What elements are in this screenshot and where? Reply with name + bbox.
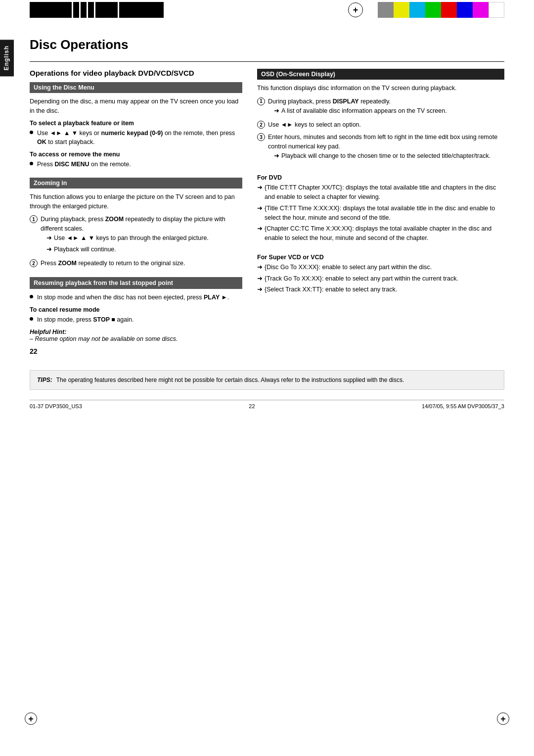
footer-left: 01-37 DVP3500_US3 — [30, 403, 82, 409]
top-decoration-bar — [0, 0, 534, 20]
main-content: Disc Operations Operations for video pla… — [0, 22, 534, 419]
right-column: OSD (On-Screen Display) This function di… — [257, 69, 504, 342]
crosshair-circle — [348, 2, 363, 17]
bullet-dot-1 — [30, 131, 33, 134]
step-2-circle: 2 — [30, 259, 38, 267]
crosshair-circle-br — [497, 712, 509, 725]
crosshair-bottom-right — [492, 712, 514, 726]
disc-menu-body: Depending on the disc, a menu may appear… — [30, 97, 242, 116]
osd-step-2-circle: 2 — [257, 121, 265, 129]
zoom-step-1: 1 During playback, press ZOOM repeatedly… — [30, 215, 242, 256]
black-block-5 — [95, 2, 118, 18]
color-block-gray — [378, 2, 394, 18]
black-block-6 — [119, 2, 164, 18]
color-block-yellow — [394, 2, 409, 18]
osd-arrow-1: ➜ A list of available disc information a… — [268, 106, 447, 116]
osd-step-1-circle: 1 — [257, 97, 265, 105]
section-title-text: Operations for video playback DVD/VCD/SV… — [30, 69, 194, 77]
access-menu-bullet: Press DISC MENU on the remote. — [30, 160, 242, 169]
tips-box: TIPS: The operating features described h… — [30, 370, 504, 390]
resuming-bullet-1: In stop mode and when the disc has not b… — [30, 293, 242, 302]
crosshair-circle-bl — [25, 712, 37, 725]
tips-label: TIPS: — [37, 376, 52, 384]
for-dvd-heading: For DVD — [257, 174, 504, 181]
page-number: 22 — [30, 347, 38, 355]
page-title: Disc Operations — [30, 37, 504, 52]
color-block-red — [441, 2, 457, 18]
section-title-main: Operations for video playback DVD/VCD/SV… — [30, 69, 242, 77]
osd-step-3: 3 Enter hours, minutes and seconds from … — [257, 133, 504, 162]
two-column-layout: Operations for video playback DVD/VCD/SV… — [30, 69, 504, 342]
for-super-vcd-heading: For Super VCD or VCD — [257, 254, 504, 261]
bullet-dot-4 — [30, 317, 33, 321]
using-disc-menu-header: Using the Disc Menu — [30, 82, 242, 93]
crosshair-top — [333, 0, 378, 20]
helpful-hint: Helpful Hint: – Resume option may not be… — [30, 329, 242, 342]
dvd-arrow-3: ➜ {Chapter CC:TC Time X:XX:XX}: displays… — [257, 224, 504, 243]
zooming-body: This function allows you to enlarge the … — [30, 192, 242, 211]
black-block-1 — [30, 2, 72, 18]
bullet-dot-3 — [30, 295, 33, 298]
cancel-resume-heading: To cancel resume mode — [30, 306, 242, 313]
step-1-circle: 1 — [30, 215, 38, 223]
osd-header: OSD (On-Screen Display) — [257, 69, 504, 80]
osd-step-3-circle: 3 — [257, 133, 265, 141]
english-language-tab: English — [0, 40, 14, 76]
bullet-dot-2 — [30, 162, 33, 165]
color-block-white — [489, 2, 504, 18]
select-feature-bullet: Use ◄► ▲ ▼ keys or numeric keypad (0-9) … — [30, 129, 242, 147]
crosshair-bottom-left — [20, 712, 42, 726]
svcd-arrow-2: ➜ {Track Go To XX:XX}: enable to select … — [257, 274, 504, 284]
zoom-arrow-2: ➜ Playback will continue. — [41, 245, 242, 254]
color-block-magenta — [473, 2, 489, 18]
zooming-in-header: Zooming in — [30, 178, 242, 189]
zoom-arrow-1: ➜ Use ◄► ▲ ▼ keys to pan through the enl… — [41, 234, 242, 243]
dvd-arrow-1: ➜ {Title CT:TT Chapter XX/TC}: displays … — [257, 183, 504, 202]
access-menu-heading: To access or remove the menu — [30, 151, 242, 158]
zoom-step-2: 2 Press ZOOM repeatedly to return to the… — [30, 259, 242, 268]
resuming-header: Resuming playback from the last stopped … — [30, 277, 242, 289]
black-block-3 — [81, 2, 87, 18]
footer: 01-37 DVP3500_US3 22 14/07/05, 9:55 AM D… — [30, 400, 504, 409]
color-block-green — [425, 2, 441, 18]
dvd-arrow-2: ➜ {Title CT:TT Time X:XX:XX}: displays t… — [257, 204, 504, 223]
color-blocks — [378, 0, 534, 20]
black-blocks — [0, 0, 333, 20]
color-block-cyan — [409, 2, 425, 18]
footer-right: 14/07/05, 9:55 AM DVP3005/37_3 — [422, 403, 504, 409]
cancel-resume-bullet: In stop mode, press STOP ■ again. — [30, 315, 242, 325]
color-block-blue — [457, 2, 473, 18]
left-column: Operations for video playback DVD/VCD/SV… — [30, 69, 242, 342]
svcd-arrow-3: ➜ {Select Track XX:TT}: enable to select… — [257, 285, 504, 294]
black-block-2 — [73, 2, 79, 18]
osd-arrow-3: ➜ Playback will change to the chosen tim… — [268, 151, 504, 161]
osd-step-2: 2 Use ◄► keys to select an option. — [257, 120, 504, 130]
osd-step-1: 1 During playback, press DISPLAY repeate… — [257, 97, 504, 118]
osd-body: This function displays disc information … — [257, 84, 504, 93]
select-feature-heading: To select a playback feature or item — [30, 120, 242, 127]
black-block-4 — [88, 2, 94, 18]
svcd-arrow-1: ➜ {Disc Go To XX:XX}: enable to select a… — [257, 263, 504, 272]
footer-center: 22 — [249, 403, 255, 409]
page-number-area: 22 — [30, 347, 504, 355]
tips-text: The operating features described here mi… — [56, 376, 404, 384]
